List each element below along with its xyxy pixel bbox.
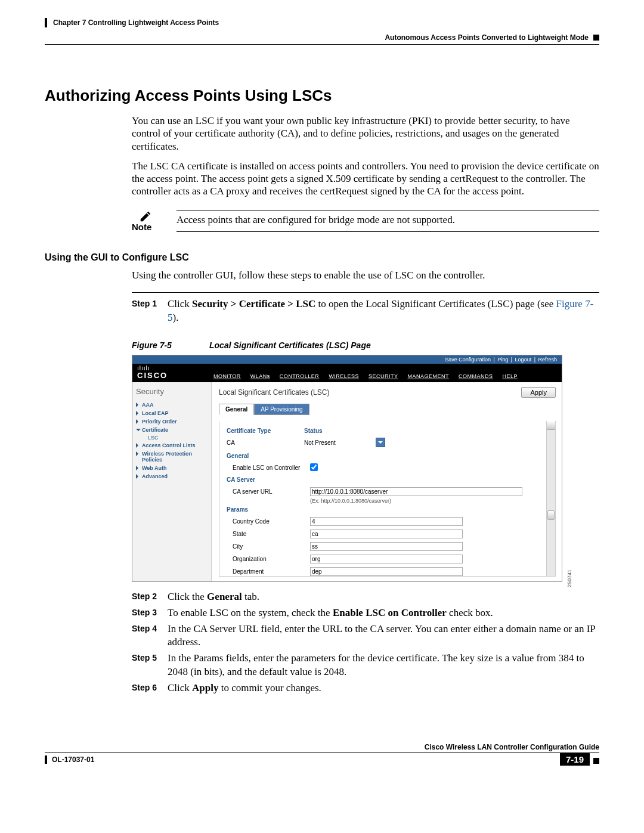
section-ca-server: CA Server bbox=[227, 476, 543, 483]
save-config-link[interactable]: Save Configuration bbox=[445, 357, 491, 363]
figure-id: 250741 bbox=[566, 569, 572, 587]
city-input[interactable] bbox=[310, 542, 463, 551]
step-4-text: In the CA Server URL field, enter the UR… bbox=[168, 623, 599, 650]
state-input[interactable] bbox=[310, 529, 463, 538]
note-text: Access points that are configured for br… bbox=[177, 210, 599, 232]
sidebar-item-certificate[interactable]: Certificate bbox=[136, 426, 208, 434]
step-5-text: In the Params fields, enter the paramete… bbox=[168, 652, 599, 679]
step-2-text: Click the General tab. bbox=[168, 590, 599, 604]
cell-ca-status: Not Present bbox=[304, 439, 376, 446]
guide-title: Cisco Wireless LAN Controller Configurat… bbox=[45, 743, 599, 753]
lbl-dept: Department bbox=[227, 568, 310, 575]
section-general: General bbox=[227, 453, 543, 459]
step-6-text: Click Apply to commit your changes. bbox=[168, 682, 599, 695]
step-4-label: Step 4 bbox=[132, 623, 168, 650]
nav-management[interactable]: MANAGEMENT bbox=[402, 372, 454, 380]
sidebar-item-local-eap[interactable]: Local EAP bbox=[136, 409, 208, 417]
sub-intro: Using the controller GUI, follow these s… bbox=[132, 269, 599, 281]
step-1-text: Click Security > Certificate > LSC to op… bbox=[168, 298, 599, 325]
ss-top-links: Save Configuration | Ping | Logout | Ref… bbox=[132, 355, 562, 364]
col-cert-type: Certificate Type bbox=[227, 428, 304, 434]
lbl-enable-lsc: Enable LSC on Controller bbox=[227, 465, 310, 471]
lbl-org: Organization bbox=[227, 556, 310, 562]
apply-button[interactable]: Apply bbox=[521, 387, 556, 398]
sidebar-title: Security bbox=[136, 387, 208, 396]
refresh-link[interactable]: Refresh bbox=[538, 357, 557, 363]
scrollbar[interactable] bbox=[546, 421, 555, 576]
sidebar: Security AAA Local EAP Priority Order Ce… bbox=[132, 382, 212, 581]
step-1-label: Step 1 bbox=[132, 298, 168, 325]
org-input[interactable] bbox=[310, 555, 463, 563]
dept-input[interactable] bbox=[310, 567, 463, 576]
note-label: Note bbox=[132, 222, 177, 232]
step-3-text: To enable LSC on the system, check the E… bbox=[168, 606, 599, 620]
section-heading: Authorizing Access Points Using LSCs bbox=[45, 86, 599, 105]
nav-commands[interactable]: COMMANDS bbox=[454, 372, 498, 380]
page-header: Chapter 7 Controlling Lightweight Access… bbox=[45, 18, 599, 45]
main-panel-title: Local Significant Certificates (LSC) bbox=[219, 388, 329, 397]
cisco-logo: ılıılı CISCO bbox=[132, 364, 209, 382]
top-nav: MONITOR WLANs CONTROLLER WIRELESS SECURI… bbox=[209, 364, 562, 382]
dropdown-button[interactable] bbox=[376, 438, 385, 447]
lbl-ca-url: CA server URL bbox=[227, 488, 310, 495]
lbl-country: Country Code bbox=[227, 518, 310, 525]
note-block: Note Access points that are configured f… bbox=[132, 210, 599, 232]
step-3-label: Step 3 bbox=[132, 606, 168, 620]
figure-caption: Figure 7-5 Local Significant Certificate… bbox=[132, 340, 599, 350]
country-input[interactable] bbox=[310, 517, 463, 526]
step-6-label: Step 6 bbox=[132, 682, 168, 695]
lbl-state: State bbox=[227, 531, 310, 537]
sidebar-item-lsc[interactable]: LSC bbox=[136, 434, 208, 441]
nav-help[interactable]: HELP bbox=[497, 372, 522, 380]
intro-paragraph-1: You can use an LSC if you want your own … bbox=[132, 114, 599, 153]
enable-lsc-checkbox[interactable] bbox=[310, 463, 318, 471]
doc-id: OL-17037-01 bbox=[45, 755, 94, 764]
section-banner: Autonomous Access Points Converted to Li… bbox=[385, 33, 589, 42]
sidebar-item-aaa[interactable]: AAA bbox=[136, 401, 208, 409]
sidebar-item-web-auth[interactable]: Web Auth bbox=[136, 464, 208, 472]
ping-link[interactable]: Ping bbox=[497, 357, 508, 363]
nav-monitor[interactable]: MONITOR bbox=[209, 372, 246, 380]
tab-ap-provisioning[interactable]: AP Provisioning bbox=[254, 404, 309, 415]
ca-url-hint: (Ex: http://10.0.0.1:8080/caserver) bbox=[227, 498, 543, 504]
nav-wlans[interactable]: WLANs bbox=[246, 372, 275, 380]
section-params: Params bbox=[227, 506, 543, 513]
step-5-label: Step 5 bbox=[132, 652, 168, 679]
lbl-city: City bbox=[227, 543, 310, 550]
figure-screenshot: Save Configuration | Ping | Logout | Ref… bbox=[132, 355, 562, 582]
chapter-label: Chapter 7 Controlling Lightweight Access… bbox=[53, 18, 219, 27]
pencil-icon bbox=[139, 210, 150, 221]
nav-controller[interactable]: CONTROLLER bbox=[275, 372, 324, 380]
col-status: Status bbox=[304, 428, 376, 434]
intro-paragraph-2: The LSC CA certificate is installed on a… bbox=[132, 160, 599, 198]
logout-link[interactable]: Logout bbox=[515, 357, 532, 363]
tab-general[interactable]: General bbox=[219, 404, 254, 415]
nav-wireless[interactable]: WIRELESS bbox=[324, 372, 364, 380]
step-2-label: Step 2 bbox=[132, 590, 168, 604]
subheading-gui: Using the GUI to Configure LSC bbox=[45, 252, 599, 263]
ca-url-input[interactable] bbox=[310, 487, 522, 496]
page-footer: Cisco Wireless LAN Controller Configurat… bbox=[45, 743, 599, 765]
nav-security[interactable]: SECURITY bbox=[364, 372, 403, 380]
sidebar-item-wpp[interactable]: Wireless Protection Policies bbox=[136, 450, 208, 464]
cell-ca-type: CA bbox=[227, 439, 304, 446]
page-number: 7-19 bbox=[560, 753, 590, 766]
sidebar-item-priority-order[interactable]: Priority Order bbox=[136, 417, 208, 426]
sidebar-item-acl[interactable]: Access Control Lists bbox=[136, 441, 208, 450]
sidebar-item-advanced[interactable]: Advanced bbox=[136, 472, 208, 481]
